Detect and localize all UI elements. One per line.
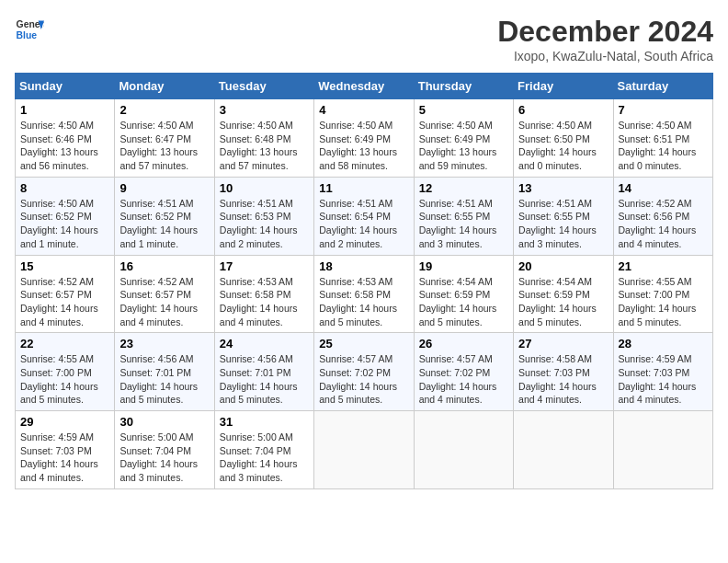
calendar-cell: 13Sunrise: 4:51 AM Sunset: 6:55 PM Dayli… (514, 177, 613, 255)
calendar-week-row: 15Sunrise: 4:52 AM Sunset: 6:57 PM Dayli… (16, 255, 713, 333)
calendar-cell: 21Sunrise: 4:55 AM Sunset: 7:00 PM Dayli… (613, 255, 712, 333)
day-number: 3 (220, 103, 309, 117)
page-header: General Blue December 2024 Ixopo, KwaZul… (15, 15, 713, 63)
page-title: December 2024 (497, 15, 713, 49)
weekday-header-monday: Monday (115, 74, 214, 99)
day-info: Sunrise: 4:59 AM Sunset: 7:03 PM Dayligh… (20, 431, 109, 485)
day-number: 27 (518, 337, 608, 350)
day-info: Sunrise: 4:55 AM Sunset: 7:00 PM Dayligh… (20, 352, 109, 407)
weekday-header-row: SundayMondayTuesdayWednesdayThursdayFrid… (16, 74, 713, 99)
calendar-cell: 9Sunrise: 4:51 AM Sunset: 6:52 PM Daylig… (115, 177, 214, 255)
day-number: 15 (20, 259, 109, 273)
calendar-cell: 8Sunrise: 4:50 AM Sunset: 6:52 PM Daylig… (16, 177, 115, 255)
calendar-week-row: 29Sunrise: 4:59 AM Sunset: 7:03 PM Dayli… (16, 411, 713, 489)
day-number: 21 (619, 259, 708, 273)
day-number: 16 (119, 259, 209, 273)
day-info: Sunrise: 4:58 AM Sunset: 7:03 PM Dayligh… (518, 352, 608, 407)
day-info: Sunrise: 4:54 AM Sunset: 6:59 PM Dayligh… (518, 275, 608, 329)
weekday-header-sunday: Sunday (16, 74, 115, 99)
day-info: Sunrise: 4:56 AM Sunset: 7:01 PM Dayligh… (119, 352, 209, 407)
day-info: Sunrise: 4:56 AM Sunset: 7:01 PM Dayligh… (220, 352, 309, 407)
day-number: 1 (20, 103, 109, 117)
calendar-cell (514, 411, 613, 489)
day-info: Sunrise: 4:50 AM Sunset: 6:50 PM Dayligh… (518, 119, 608, 173)
calendar-cell: 19Sunrise: 4:54 AM Sunset: 6:59 PM Dayli… (414, 255, 513, 333)
day-number: 10 (220, 181, 309, 195)
day-number: 14 (619, 181, 708, 195)
weekday-header-wednesday: Wednesday (314, 74, 414, 99)
calendar-cell: 28Sunrise: 4:59 AM Sunset: 7:03 PM Dayli… (613, 333, 712, 411)
day-info: Sunrise: 4:57 AM Sunset: 7:02 PM Dayligh… (419, 352, 508, 407)
day-info: Sunrise: 4:52 AM Sunset: 6:57 PM Dayligh… (20, 275, 109, 329)
calendar-cell: 14Sunrise: 4:52 AM Sunset: 6:56 PM Dayli… (613, 177, 712, 255)
day-number: 2 (119, 103, 209, 117)
day-info: Sunrise: 5:00 AM Sunset: 7:04 PM Dayligh… (119, 431, 209, 485)
calendar-cell (414, 411, 513, 489)
logo: General Blue (15, 15, 44, 44)
day-number: 7 (619, 103, 708, 117)
day-number: 29 (20, 415, 109, 429)
day-info: Sunrise: 4:53 AM Sunset: 6:58 PM Dayligh… (319, 275, 408, 329)
day-number: 4 (319, 103, 408, 117)
day-info: Sunrise: 4:50 AM Sunset: 6:48 PM Dayligh… (220, 119, 309, 173)
day-number: 26 (419, 337, 508, 350)
weekday-header-tuesday: Tuesday (214, 74, 313, 99)
calendar-cell: 25Sunrise: 4:57 AM Sunset: 7:02 PM Dayli… (314, 333, 414, 411)
calendar-cell: 22Sunrise: 4:55 AM Sunset: 7:00 PM Dayli… (16, 333, 115, 411)
calendar-cell: 10Sunrise: 4:51 AM Sunset: 6:53 PM Dayli… (214, 177, 313, 255)
day-number: 24 (220, 337, 309, 350)
day-number: 5 (419, 103, 508, 117)
day-info: Sunrise: 4:55 AM Sunset: 7:00 PM Dayligh… (619, 275, 708, 329)
calendar-cell (613, 411, 712, 489)
calendar-week-row: 1Sunrise: 4:50 AM Sunset: 6:46 PM Daylig… (16, 99, 713, 178)
day-number: 22 (20, 337, 109, 350)
day-number: 6 (518, 103, 608, 117)
day-info: Sunrise: 4:50 AM Sunset: 6:46 PM Dayligh… (20, 119, 109, 173)
day-number: 13 (518, 181, 608, 195)
day-info: Sunrise: 4:50 AM Sunset: 6:49 PM Dayligh… (419, 119, 508, 173)
calendar-cell: 6Sunrise: 4:50 AM Sunset: 6:50 PM Daylig… (514, 99, 613, 178)
day-info: Sunrise: 5:00 AM Sunset: 7:04 PM Dayligh… (220, 431, 309, 485)
calendar-cell: 12Sunrise: 4:51 AM Sunset: 6:55 PM Dayli… (414, 177, 513, 255)
calendar-cell: 17Sunrise: 4:53 AM Sunset: 6:58 PM Dayli… (214, 255, 313, 333)
weekday-header-friday: Friday (514, 74, 613, 99)
calendar-cell: 5Sunrise: 4:50 AM Sunset: 6:49 PM Daylig… (414, 99, 513, 178)
calendar-cell: 23Sunrise: 4:56 AM Sunset: 7:01 PM Dayli… (115, 333, 214, 411)
calendar-cell: 15Sunrise: 4:52 AM Sunset: 6:57 PM Dayli… (16, 255, 115, 333)
day-info: Sunrise: 4:51 AM Sunset: 6:53 PM Dayligh… (220, 197, 309, 251)
calendar-cell: 29Sunrise: 4:59 AM Sunset: 7:03 PM Dayli… (16, 411, 115, 489)
calendar-cell: 16Sunrise: 4:52 AM Sunset: 6:57 PM Dayli… (115, 255, 214, 333)
day-number: 17 (220, 259, 309, 273)
day-info: Sunrise: 4:59 AM Sunset: 7:03 PM Dayligh… (619, 352, 708, 407)
calendar-cell: 31Sunrise: 5:00 AM Sunset: 7:04 PM Dayli… (214, 411, 313, 489)
calendar-week-row: 8Sunrise: 4:50 AM Sunset: 6:52 PM Daylig… (16, 177, 713, 255)
weekday-header-thursday: Thursday (414, 74, 513, 99)
calendar-cell: 4Sunrise: 4:50 AM Sunset: 6:49 PM Daylig… (314, 99, 414, 178)
logo-icon: General Blue (15, 15, 44, 44)
day-number: 12 (419, 181, 508, 195)
calendar-cell: 27Sunrise: 4:58 AM Sunset: 7:03 PM Dayli… (514, 333, 613, 411)
calendar-cell: 2Sunrise: 4:50 AM Sunset: 6:47 PM Daylig… (115, 99, 214, 178)
day-number: 8 (20, 181, 109, 195)
calendar-cell: 30Sunrise: 5:00 AM Sunset: 7:04 PM Dayli… (115, 411, 214, 489)
calendar-cell: 26Sunrise: 4:57 AM Sunset: 7:02 PM Dayli… (414, 333, 513, 411)
day-info: Sunrise: 4:54 AM Sunset: 6:59 PM Dayligh… (419, 275, 508, 329)
day-info: Sunrise: 4:50 AM Sunset: 6:47 PM Dayligh… (119, 119, 209, 173)
calendar-cell: 11Sunrise: 4:51 AM Sunset: 6:54 PM Dayli… (314, 177, 414, 255)
page-subtitle: Ixopo, KwaZulu-Natal, South Africa (497, 49, 713, 63)
day-number: 31 (220, 415, 309, 429)
day-number: 20 (518, 259, 608, 273)
calendar-cell: 18Sunrise: 4:53 AM Sunset: 6:58 PM Dayli… (314, 255, 414, 333)
calendar-cell: 20Sunrise: 4:54 AM Sunset: 6:59 PM Dayli… (514, 255, 613, 333)
weekday-header-saturday: Saturday (613, 74, 712, 99)
day-number: 25 (319, 337, 408, 350)
calendar-cell: 3Sunrise: 4:50 AM Sunset: 6:48 PM Daylig… (214, 99, 313, 178)
calendar-cell (314, 411, 414, 489)
day-info: Sunrise: 4:51 AM Sunset: 6:52 PM Dayligh… (119, 197, 209, 251)
day-info: Sunrise: 4:52 AM Sunset: 6:57 PM Dayligh… (119, 275, 209, 329)
day-info: Sunrise: 4:51 AM Sunset: 6:55 PM Dayligh… (419, 197, 508, 251)
day-info: Sunrise: 4:50 AM Sunset: 6:52 PM Dayligh… (20, 197, 109, 251)
day-info: Sunrise: 4:50 AM Sunset: 6:49 PM Dayligh… (319, 119, 408, 173)
day-info: Sunrise: 4:52 AM Sunset: 6:56 PM Dayligh… (619, 197, 708, 251)
calendar-cell: 7Sunrise: 4:50 AM Sunset: 6:51 PM Daylig… (613, 99, 712, 178)
